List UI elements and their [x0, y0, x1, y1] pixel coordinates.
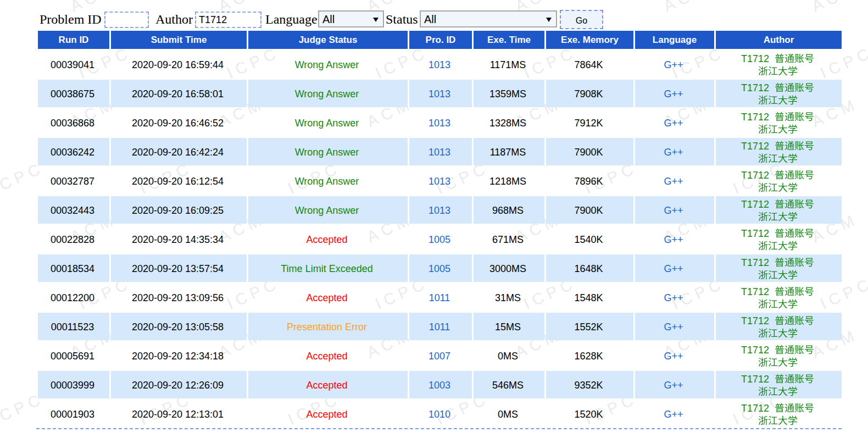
svg-text:ACM: ACM [661, 0, 713, 15]
svg-text:ACM: ACM [809, 0, 861, 15]
